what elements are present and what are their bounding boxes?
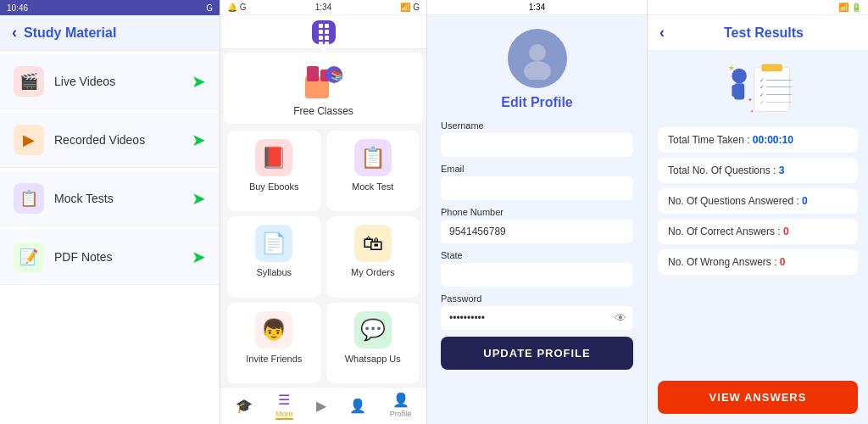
- result-row-correct: No. Of Correct Answers : 0: [658, 219, 858, 244]
- svg-text:✦: ✦: [750, 109, 754, 114]
- panel1-title: Study Material: [24, 25, 116, 41]
- grid-app-icon[interactable]: [312, 20, 336, 44]
- result-row-answered: No. Of Questions Answered : 0: [658, 188, 858, 214]
- panel4-header: ‹ Test Results: [648, 15, 868, 51]
- menu-item-pdf-notes[interactable]: 📝 PDF Notes ➤: [0, 230, 220, 285]
- result-value-time-taken: 00:00:10: [753, 134, 793, 146]
- input-email[interactable]: [441, 176, 633, 200]
- live-videos-arrow: ➤: [192, 71, 206, 92]
- nav-video[interactable]: ▶: [316, 398, 326, 414]
- profile-icon-label: 👤: [392, 392, 409, 408]
- nav-home[interactable]: 🎓: [236, 398, 253, 414]
- mock-tests-arrow: ➤: [192, 188, 206, 209]
- svg-rect-11: [761, 64, 782, 72]
- result-label-total-questions: Total No. Of Questions :: [668, 165, 779, 176]
- input-password[interactable]: [441, 306, 633, 330]
- invite-friends-app-icon: 👦: [255, 311, 292, 349]
- profile-label: Profile: [390, 410, 412, 420]
- results-list: Total Time Taken : 00:00:10Total No. Of …: [648, 127, 868, 377]
- nav-profile-label[interactable]: 👤 Profile: [390, 392, 412, 420]
- result-value-correct: 0: [783, 226, 789, 237]
- free-classes-label: Free Classes: [293, 105, 353, 117]
- status-icons-left: 🔔 G: [227, 3, 247, 12]
- back-button-4[interactable]: ‹: [659, 24, 665, 42]
- panel2-topbar: [220, 15, 426, 49]
- form-group-username: Username: [441, 120, 633, 157]
- results-illustration: ✓ ────── ✓ ────── ✓ ────── ✓ ────── ★ ✦ …: [648, 51, 868, 127]
- syllabus-app-icon: 📄: [255, 225, 292, 262]
- back-button-1[interactable]: ‹: [12, 24, 17, 42]
- eye-icon[interactable]: 👁: [615, 311, 626, 325]
- live-videos-label: Live Videos: [54, 75, 192, 88]
- result-label-answered: No. Of Questions Answered :: [668, 195, 802, 207]
- menu-item-recorded-videos[interactable]: ▶ Recorded Videos ➤: [0, 113, 220, 168]
- input-username[interactable]: [441, 133, 633, 157]
- pdf-notes-arrow: ➤: [192, 247, 206, 267]
- my-orders-app-label: My Orders: [351, 267, 394, 277]
- status-bar-2: 🔔 G 1:34 📶 G: [220, 0, 426, 15]
- app-item-my-orders[interactable]: 🛍 My Orders: [326, 216, 420, 297]
- status-time-2: 1:34: [315, 3, 331, 12]
- pdf-notes-icon: 📝: [14, 242, 44, 272]
- syllabus-app-label: Syllabus: [256, 267, 292, 277]
- menu-item-live-videos[interactable]: 🎬 Live Videos ➤: [0, 54, 220, 109]
- edit-profile-panel: 1:34 Edit Profile Username Email Phone N…: [427, 0, 648, 424]
- view-answers-button[interactable]: VIEW ANSWERS: [658, 381, 858, 414]
- avatar-section: [427, 15, 647, 95]
- form-group-phone: Phone Number: [441, 207, 633, 243]
- profile-form: Username Email Phone Number State Passwo…: [427, 117, 647, 424]
- app-item-whatsapp-us[interactable]: 💬 Whatsapp Us: [326, 303, 420, 383]
- panel3-status-time: 1:34: [529, 3, 545, 12]
- label-state: State: [441, 250, 633, 260]
- svg-point-5: [529, 44, 546, 61]
- app-grid: 📕 Buy Ebooks 📋 Mock Test 📄 Syllabus 🛍 My…: [220, 127, 426, 387]
- nav-profile-2[interactable]: 👤: [349, 398, 366, 414]
- recorded-videos-arrow: ➤: [192, 130, 206, 150]
- pdf-notes-label: PDF Notes: [54, 250, 192, 264]
- svg-text:✓ ──────: ✓ ──────: [760, 92, 792, 98]
- svg-rect-1: [307, 66, 319, 81]
- update-profile-button[interactable]: UPDATE PROFILE: [441, 337, 633, 370]
- result-label-time-taken: Total Time Taken :: [668, 134, 753, 146]
- panel1-header: ‹ Study Material: [0, 15, 220, 51]
- input-wrapper-password: 👁: [441, 306, 633, 330]
- free-classes-section[interactable]: 📚 Free Classes: [224, 53, 423, 124]
- panel4-status: 📶 🔋: [648, 0, 868, 15]
- app-grid-panel: 🔔 G 1:34 📶 G 📚 Free Classes 📕 Buy Ebooks: [220, 0, 427, 424]
- test-results-panel: 📶 🔋 ‹ Test Results ✓ ────── ✓ ────── ✓ ─…: [648, 0, 868, 424]
- svg-text:✓ ──────: ✓ ──────: [760, 99, 792, 105]
- app-item-invite-friends[interactable]: 👦 Invite Friends: [227, 303, 321, 383]
- mock-test-app-label: Mock Test: [352, 181, 393, 192]
- label-username: Username: [441, 120, 633, 131]
- panel2-bottombar: 🎓 ☰ More ▶ 👤 👤 Profile: [220, 387, 426, 424]
- svg-text:📚: 📚: [331, 69, 343, 81]
- input-state[interactable]: [441, 263, 633, 287]
- result-label-wrong: No. Of Wrong Answers :: [668, 256, 780, 268]
- form-group-password: Password 👁: [441, 293, 633, 330]
- status-icons-1: G: [206, 3, 213, 13]
- svg-text:★: ★: [728, 64, 735, 72]
- menu-item-mock-tests[interactable]: 📋 Mock Tests ➤: [0, 171, 220, 226]
- app-item-mock-test[interactable]: 📋 Mock Test: [326, 131, 420, 211]
- buy-ebooks-app-icon: 📕: [255, 139, 292, 176]
- input-phone[interactable]: [441, 220, 633, 243]
- home-icon: 🎓: [236, 398, 253, 414]
- app-item-buy-ebooks[interactable]: 📕 Buy Ebooks: [227, 131, 321, 211]
- status-icons-right: 📶 G: [400, 3, 420, 12]
- status-time-1: 10:46: [7, 3, 28, 13]
- nav-more[interactable]: ☰ More: [275, 392, 293, 420]
- panel3-topbar: 1:34: [427, 0, 647, 15]
- live-videos-icon: 🎬: [14, 66, 44, 97]
- app-item-syllabus[interactable]: 📄 Syllabus: [227, 216, 321, 297]
- invite-friends-app-label: Invite Friends: [246, 354, 302, 364]
- svg-point-6: [524, 61, 551, 80]
- avatar: [508, 29, 567, 88]
- recorded-videos-icon: ▶: [14, 125, 44, 155]
- panel4-title: Test Results: [671, 25, 856, 41]
- result-value-total-questions: 3: [779, 165, 785, 176]
- result-row-time-taken: Total Time Taken : 00:00:10: [658, 127, 858, 153]
- status-bar-1: 10:46 G: [0, 0, 220, 15]
- result-value-answered: 0: [802, 195, 808, 207]
- svg-text:✦: ✦: [748, 97, 753, 103]
- mock-tests-label: Mock Tests: [54, 192, 192, 205]
